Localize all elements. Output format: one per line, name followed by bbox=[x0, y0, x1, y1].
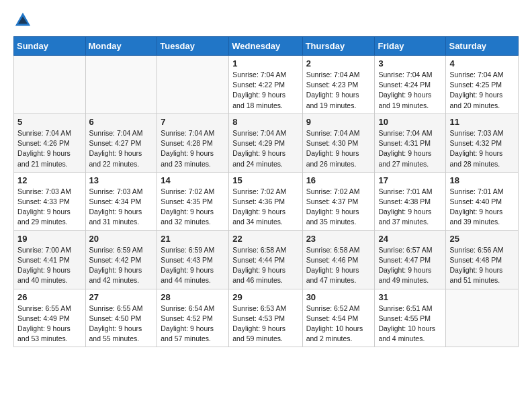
day-number: 20 bbox=[89, 234, 154, 244]
day-info: Sunrise: 7:04 AM Sunset: 4:25 PM Dayligh… bbox=[449, 70, 515, 111]
day-info: Sunrise: 7:01 AM Sunset: 4:38 PM Dayligh… bbox=[378, 187, 442, 228]
calendar-cell: 29Sunrise: 6:53 AM Sunset: 4:53 PM Dayli… bbox=[229, 289, 302, 347]
calendar-week-row: 1Sunrise: 7:04 AM Sunset: 4:22 PM Daylig… bbox=[14, 56, 519, 114]
day-number: 5 bbox=[17, 117, 82, 127]
logo bbox=[13, 11, 35, 30]
calendar-cell: 20Sunrise: 6:59 AM Sunset: 4:42 PM Dayli… bbox=[85, 230, 157, 289]
day-number: 1 bbox=[232, 58, 298, 68]
day-number: 2 bbox=[306, 58, 371, 68]
day-info: Sunrise: 7:04 AM Sunset: 4:28 PM Dayligh… bbox=[161, 128, 225, 169]
calendar-cell: 21Sunrise: 6:59 AM Sunset: 4:43 PM Dayli… bbox=[157, 230, 229, 289]
calendar-cell: 26Sunrise: 6:55 AM Sunset: 4:49 PM Dayli… bbox=[14, 289, 86, 347]
weekday-header: Tuesday bbox=[157, 37, 229, 56]
day-info: Sunrise: 7:03 AM Sunset: 4:32 PM Dayligh… bbox=[449, 128, 515, 169]
day-info: Sunrise: 6:59 AM Sunset: 4:42 PM Dayligh… bbox=[89, 245, 154, 286]
day-number: 27 bbox=[89, 292, 154, 302]
calendar-cell: 27Sunrise: 6:55 AM Sunset: 4:50 PM Dayli… bbox=[85, 289, 157, 347]
calendar-cell: 22Sunrise: 6:58 AM Sunset: 4:44 PM Dayli… bbox=[229, 230, 302, 289]
page: SundayMondayTuesdayWednesdayThursdayFrid… bbox=[0, 0, 532, 358]
calendar-cell: 31Sunrise: 6:51 AM Sunset: 4:55 PM Dayli… bbox=[375, 289, 446, 347]
day-number: 24 bbox=[378, 234, 442, 244]
day-info: Sunrise: 7:04 AM Sunset: 4:26 PM Dayligh… bbox=[17, 128, 82, 169]
weekday-header: Thursday bbox=[302, 37, 375, 56]
calendar-cell: 19Sunrise: 7:00 AM Sunset: 4:41 PM Dayli… bbox=[14, 230, 86, 289]
day-number: 14 bbox=[161, 175, 225, 185]
calendar-cell: 24Sunrise: 6:57 AM Sunset: 4:47 PM Dayli… bbox=[375, 230, 446, 289]
day-number: 18 bbox=[449, 175, 515, 185]
day-info: Sunrise: 6:54 AM Sunset: 4:52 PM Dayligh… bbox=[161, 304, 225, 345]
calendar-week-row: 26Sunrise: 6:55 AM Sunset: 4:49 PM Dayli… bbox=[14, 289, 519, 347]
day-info: Sunrise: 6:56 AM Sunset: 4:48 PM Dayligh… bbox=[449, 245, 515, 286]
day-number: 11 bbox=[449, 117, 515, 127]
day-number: 12 bbox=[17, 175, 82, 185]
calendar-cell: 15Sunrise: 7:02 AM Sunset: 4:36 PM Dayli… bbox=[229, 172, 302, 230]
calendar-cell: 18Sunrise: 7:01 AM Sunset: 4:40 PM Dayli… bbox=[446, 172, 519, 230]
calendar-cell: 17Sunrise: 7:01 AM Sunset: 4:38 PM Dayli… bbox=[375, 172, 446, 230]
day-info: Sunrise: 7:04 AM Sunset: 4:22 PM Dayligh… bbox=[232, 70, 298, 111]
day-info: Sunrise: 6:58 AM Sunset: 4:46 PM Dayligh… bbox=[306, 245, 371, 286]
header bbox=[13, 11, 519, 30]
day-number: 25 bbox=[449, 234, 515, 244]
day-info: Sunrise: 7:04 AM Sunset: 4:30 PM Dayligh… bbox=[306, 128, 371, 169]
weekday-header: Wednesday bbox=[229, 37, 302, 56]
weekday-header: Monday bbox=[85, 37, 157, 56]
calendar-cell: 4Sunrise: 7:04 AM Sunset: 4:25 PM Daylig… bbox=[446, 56, 519, 114]
day-number: 26 bbox=[17, 292, 82, 302]
day-number: 15 bbox=[232, 175, 298, 185]
day-number: 28 bbox=[161, 292, 225, 302]
calendar-cell: 30Sunrise: 6:52 AM Sunset: 4:54 PM Dayli… bbox=[302, 289, 375, 347]
day-number: 22 bbox=[232, 234, 298, 244]
day-info: Sunrise: 6:59 AM Sunset: 4:43 PM Dayligh… bbox=[161, 245, 225, 286]
day-info: Sunrise: 6:55 AM Sunset: 4:49 PM Dayligh… bbox=[17, 304, 82, 345]
day-info: Sunrise: 7:02 AM Sunset: 4:37 PM Dayligh… bbox=[306, 187, 371, 228]
day-info: Sunrise: 7:04 AM Sunset: 4:24 PM Dayligh… bbox=[378, 70, 442, 111]
day-number: 8 bbox=[232, 117, 298, 127]
day-info: Sunrise: 7:04 AM Sunset: 4:29 PM Dayligh… bbox=[232, 128, 298, 169]
calendar-cell: 9Sunrise: 7:04 AM Sunset: 4:30 PM Daylig… bbox=[302, 113, 375, 172]
day-number: 4 bbox=[449, 58, 515, 68]
day-number: 17 bbox=[378, 175, 442, 185]
day-number: 10 bbox=[378, 117, 442, 127]
day-info: Sunrise: 7:04 AM Sunset: 4:31 PM Dayligh… bbox=[378, 128, 442, 169]
day-info: Sunrise: 6:58 AM Sunset: 4:44 PM Dayligh… bbox=[232, 245, 298, 286]
day-number: 13 bbox=[89, 175, 154, 185]
weekday-header: Saturday bbox=[446, 37, 519, 56]
day-number: 29 bbox=[232, 292, 298, 302]
calendar-cell: 23Sunrise: 6:58 AM Sunset: 4:46 PM Dayli… bbox=[302, 230, 375, 289]
calendar-cell: 12Sunrise: 7:03 AM Sunset: 4:33 PM Dayli… bbox=[14, 172, 86, 230]
weekday-header: Sunday bbox=[14, 37, 86, 56]
calendar-week-row: 19Sunrise: 7:00 AM Sunset: 4:41 PM Dayli… bbox=[14, 230, 519, 289]
calendar-cell: 5Sunrise: 7:04 AM Sunset: 4:26 PM Daylig… bbox=[14, 113, 86, 172]
calendar-week-row: 5Sunrise: 7:04 AM Sunset: 4:26 PM Daylig… bbox=[14, 113, 519, 172]
calendar-cell bbox=[85, 56, 157, 114]
day-number: 21 bbox=[161, 234, 225, 244]
day-info: Sunrise: 6:51 AM Sunset: 4:55 PM Dayligh… bbox=[378, 304, 442, 345]
day-info: Sunrise: 7:04 AM Sunset: 4:27 PM Dayligh… bbox=[89, 128, 154, 169]
day-number: 3 bbox=[378, 58, 442, 68]
calendar-cell: 28Sunrise: 6:54 AM Sunset: 4:52 PM Dayli… bbox=[157, 289, 229, 347]
calendar-cell: 1Sunrise: 7:04 AM Sunset: 4:22 PM Daylig… bbox=[229, 56, 302, 114]
day-info: Sunrise: 6:57 AM Sunset: 4:47 PM Dayligh… bbox=[378, 245, 442, 286]
calendar-cell: 2Sunrise: 7:04 AM Sunset: 4:23 PM Daylig… bbox=[302, 56, 375, 114]
calendar-cell: 6Sunrise: 7:04 AM Sunset: 4:27 PM Daylig… bbox=[85, 113, 157, 172]
day-info: Sunrise: 6:53 AM Sunset: 4:53 PM Dayligh… bbox=[232, 304, 298, 345]
day-info: Sunrise: 6:52 AM Sunset: 4:54 PM Dayligh… bbox=[306, 304, 371, 345]
calendar-cell: 7Sunrise: 7:04 AM Sunset: 4:28 PM Daylig… bbox=[157, 113, 229, 172]
calendar-week-row: 12Sunrise: 7:03 AM Sunset: 4:33 PM Dayli… bbox=[14, 172, 519, 230]
calendar-cell bbox=[14, 56, 86, 114]
calendar-cell: 16Sunrise: 7:02 AM Sunset: 4:37 PM Dayli… bbox=[302, 172, 375, 230]
calendar-cell: 11Sunrise: 7:03 AM Sunset: 4:32 PM Dayli… bbox=[446, 113, 519, 172]
day-number: 7 bbox=[161, 117, 225, 127]
day-info: Sunrise: 7:01 AM Sunset: 4:40 PM Dayligh… bbox=[449, 187, 515, 228]
calendar-cell: 10Sunrise: 7:04 AM Sunset: 4:31 PM Dayli… bbox=[375, 113, 446, 172]
calendar-cell: 8Sunrise: 7:04 AM Sunset: 4:29 PM Daylig… bbox=[229, 113, 302, 172]
day-info: Sunrise: 6:55 AM Sunset: 4:50 PM Dayligh… bbox=[89, 304, 154, 345]
day-number: 31 bbox=[378, 292, 442, 302]
day-number: 23 bbox=[306, 234, 371, 244]
calendar-cell bbox=[157, 56, 229, 114]
day-info: Sunrise: 7:02 AM Sunset: 4:36 PM Dayligh… bbox=[232, 187, 298, 228]
calendar-cell: 13Sunrise: 7:03 AM Sunset: 4:34 PM Dayli… bbox=[85, 172, 157, 230]
calendar-cell: 14Sunrise: 7:02 AM Sunset: 4:35 PM Dayli… bbox=[157, 172, 229, 230]
calendar-cell: 25Sunrise: 6:56 AM Sunset: 4:48 PM Dayli… bbox=[446, 230, 519, 289]
day-info: Sunrise: 7:02 AM Sunset: 4:35 PM Dayligh… bbox=[161, 187, 225, 228]
